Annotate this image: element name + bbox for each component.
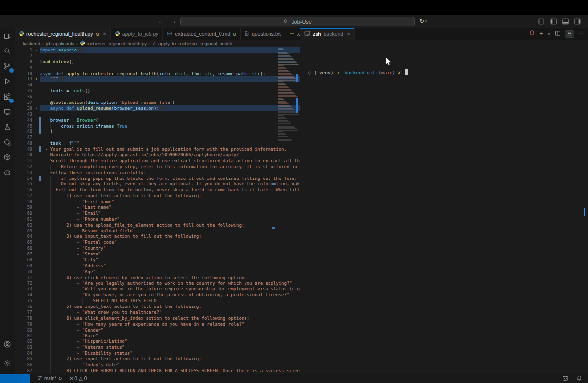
nav-forward-button[interactable]: →	[170, 17, 176, 25]
code-line[interactable]: 66 - "Country"	[15, 245, 300, 251]
line-number[interactable]: 57	[15, 193, 33, 198]
code-line[interactable]: 13› """⋯	[15, 76, 300, 82]
code-line[interactable]: 54 - if anything pops up that blocks the…	[15, 176, 300, 181]
code-line[interactable]: 46 )	[15, 128, 300, 134]
nav-back-button[interactable]: ←	[158, 17, 164, 25]
line-number[interactable]: 54	[15, 176, 33, 181]
line-number[interactable]: 38	[15, 106, 33, 111]
line-number[interactable]: 77	[15, 310, 33, 315]
minimap[interactable]	[276, 47, 300, 374]
line-number[interactable]: 80	[15, 328, 33, 332]
new-terminal-button[interactable]: +	[539, 31, 543, 37]
line-number[interactable]: 48	[15, 141, 33, 146]
code-line[interactable]: 10async def apply_to_rochester_regional_…	[15, 71, 300, 77]
activity-settings[interactable]	[0, 356, 15, 371]
remote-indicator[interactable]	[0, 374, 30, 383]
line-number[interactable]: 45	[15, 124, 33, 128]
problems-item[interactable]: ⊗ 0 △ 0	[69, 376, 87, 381]
code-line[interactable]: 86 - "Today's date"	[15, 362, 300, 368]
line-number[interactable]: 85	[15, 357, 33, 361]
line-number[interactable]: 8	[15, 59, 33, 64]
code-line[interactable]: 60 - "Email"	[15, 210, 300, 216]
close-icon[interactable]: ×	[103, 31, 106, 37]
code-line[interactable]: 35 tools = Tools()	[15, 88, 300, 94]
split-terminal-button[interactable]	[555, 29, 561, 38]
line-number[interactable]: 46	[15, 129, 33, 134]
code-line[interactable]: 81 - "Race"	[15, 333, 300, 339]
reload-window-button[interactable]: ↻∨	[419, 18, 427, 25]
notifications-status-icon[interactable]	[576, 375, 582, 382]
line-number[interactable]: 68	[15, 257, 33, 262]
line-number[interactable]: 34	[15, 82, 33, 87]
line-number[interactable]: 37	[15, 100, 33, 105]
line-number[interactable]: 61	[15, 217, 33, 222]
activity-copilot[interactable]	[0, 165, 15, 180]
code-line[interactable]: 80 - "Gender"	[15, 327, 300, 333]
code-line[interactable]: 82 - "Hispanic/Latino"	[15, 339, 300, 345]
breadcrumb[interactable]: backend›job-applicants›rochester_regiona…	[15, 40, 300, 47]
line-number[interactable]: 60	[15, 211, 33, 216]
code-line[interactable]: 55 - Do not skip any fields, even if the…	[15, 181, 300, 187]
toggle-sidebar-right-icon[interactable]	[574, 18, 581, 26]
line-number[interactable]: 82	[15, 339, 33, 344]
code-line[interactable]: 45 cross_origin_iframes=True	[15, 123, 300, 129]
code-line[interactable]: 51 - Scroll through the entire applicati…	[15, 158, 300, 164]
terminal-alert-button[interactable]	[529, 29, 535, 38]
line-number[interactable]: 50	[15, 153, 33, 157]
line-number[interactable]: 83	[15, 345, 33, 350]
line-number[interactable]: 66	[15, 246, 33, 251]
line-number[interactable]: 51	[15, 158, 33, 163]
code-line[interactable]: 36	[15, 94, 300, 100]
line-number[interactable]: 47	[15, 135, 33, 140]
line-number[interactable]: 10	[15, 71, 33, 76]
code-line[interactable]: 76 5) use input_text action to fill out …	[15, 304, 300, 309]
code-line[interactable]: 50 - Navigate to https://apply.appcast.i…	[15, 152, 300, 158]
line-number[interactable]: 59	[15, 205, 33, 210]
line-number[interactable]: 64	[15, 234, 33, 239]
breadcrumb-item[interactable]: backend	[23, 41, 40, 46]
line-number[interactable]: 43	[15, 112, 33, 117]
close-icon[interactable]: ×	[347, 31, 350, 37]
activity-remote-explorer[interactable]	[0, 104, 15, 119]
code-line[interactable]: 8load_dotenv()	[15, 59, 300, 65]
activity-testing[interactable]	[0, 119, 15, 134]
activity-source-control[interactable]	[0, 58, 15, 74]
code-line[interactable]: 64 3) use input_text action to fill out …	[15, 234, 300, 240]
line-number[interactable]: 71	[15, 275, 33, 280]
code-line[interactable]: 74 - "Do you have, or are you in the pro…	[15, 292, 300, 298]
code-line[interactable]: 72 - "Are you legally authorized to work…	[15, 281, 300, 286]
code-line[interactable]: 87 8) CLICK THE SUBMIT BUTTON AND CHECK …	[15, 368, 300, 374]
line-number[interactable]: 36	[15, 94, 33, 99]
code-line[interactable]: 1›import asyncio⋯	[15, 47, 300, 53]
line-number[interactable]: 49	[15, 147, 33, 152]
code-line[interactable]: 65 - "Postal code"	[15, 239, 300, 245]
code-line[interactable]: 59 - "Last name"	[15, 204, 300, 210]
toggle-panel-icon[interactable]	[562, 18, 569, 26]
code-line[interactable]: 73 - "Will you now or in the future requ…	[15, 286, 300, 292]
tab-rochester_regional_health.py[interactable]: rochester_regional_health.pyM×	[15, 28, 111, 40]
breadcrumb-item[interactable]: rochester_regional_health.py	[80, 40, 147, 47]
activity-containers[interactable]	[0, 150, 15, 165]
line-number[interactable]: 63	[15, 229, 33, 233]
code-line[interactable]: 56 Fill out the form from top to bottom,…	[15, 187, 300, 193]
tab-extracted_content_0.md[interactable]: extracted_content_0.mdU	[163, 28, 241, 40]
activity-run-and-debug[interactable]	[0, 74, 15, 89]
code-editor[interactable]: 1›import asyncio⋯78load_dotenv()910async…	[15, 47, 300, 374]
toggle-sidebar-left-icon[interactable]	[550, 18, 557, 26]
code-line[interactable]: 85 7) use input_text action to fill out …	[15, 356, 300, 362]
line-number[interactable]: 78	[15, 316, 33, 321]
line-number[interactable]: 79	[15, 322, 33, 327]
code-line[interactable]: 47	[15, 134, 300, 140]
code-line[interactable]: 44 browser = Browser(	[15, 117, 300, 123]
line-number[interactable]: 44	[15, 118, 33, 123]
line-number[interactable]: 69	[15, 263, 33, 268]
breadcrumb-item[interactable]: apply_to_rochester_regional_health	[152, 41, 232, 47]
breadcrumb-item[interactable]: job-applicants	[46, 41, 74, 46]
line-number[interactable]: 62	[15, 223, 33, 228]
line-number[interactable]: 56	[15, 187, 33, 192]
code-line[interactable]: 52 - Before completing every step, refer…	[15, 164, 300, 170]
copilot-status-icon[interactable]	[562, 374, 569, 383]
code-line[interactable]: 79 - "How many years of experience do yo…	[15, 321, 300, 327]
activity-search[interactable]	[0, 43, 15, 58]
tab-apply_to_job.py[interactable]: apply_to_job.py	[111, 28, 163, 40]
